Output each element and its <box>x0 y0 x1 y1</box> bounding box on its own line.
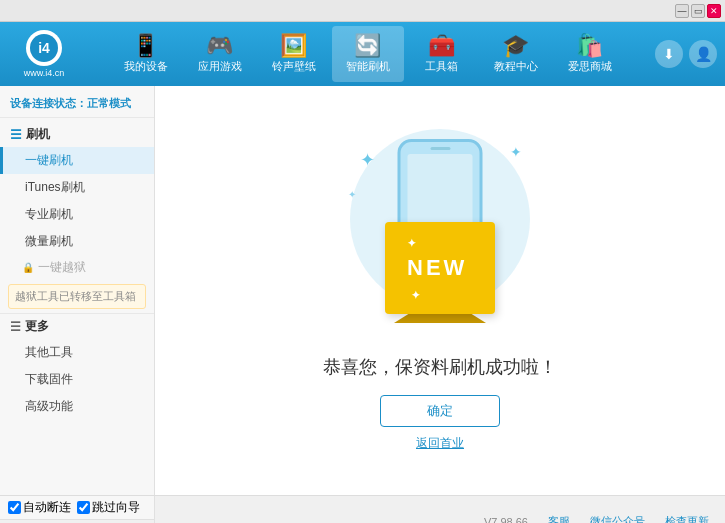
back-link[interactable]: 返回首业 <box>416 435 464 452</box>
status-label: 设备连接状态： <box>10 97 87 109</box>
logo-circle: i4 <box>26 30 62 66</box>
user-btn[interactable]: 👤 <box>689 40 717 68</box>
sparkle-left: ✦ <box>407 237 419 249</box>
title-bar: — ▭ ✕ <box>0 0 725 22</box>
minimize-btn[interactable]: — <box>675 4 689 18</box>
more-section-label: 更多 <box>25 318 49 335</box>
main: 设备连接状态：正常模式 ☰ 刷机 一键刷机 iTunes刷机 专业刷机 微量刷机… <box>0 86 725 495</box>
bottom-layout: 自动断连 跳过向导 📱 iPhone 12 mini 64GB Down-12m… <box>0 495 725 523</box>
tools-icon: 🧰 <box>428 35 455 57</box>
bottom-main-right: V7.98.66 客服 微信公众号 检查更新 <box>155 496 725 523</box>
sidebar-group-more: ☰ 更多 <box>0 313 154 339</box>
status-value: 正常模式 <box>87 97 131 109</box>
lock-icon: 🔒 <box>22 262 34 273</box>
nav-items: 📱 我的设备 🎮 应用游戏 🖼️ 铃声壁纸 🔄 智能刷机 🧰 工具箱 🎓 教程中… <box>88 26 647 82</box>
shop-icon: 🛍️ <box>576 35 603 57</box>
bottom-left-panel: 自动断连 跳过向导 📱 iPhone 12 mini 64GB Down-12m… <box>0 496 155 523</box>
download-btn[interactable]: ⬇ <box>655 40 683 68</box>
ribbon-middle <box>410 313 470 323</box>
logo[interactable]: i4 www.i4.cn <box>8 28 80 80</box>
checkbox-auto-disconnect[interactable]: 自动断连 <box>8 499 71 516</box>
checkbox-skip-wizard[interactable]: 跳过向导 <box>77 499 140 516</box>
nav-tools-label: 工具箱 <box>425 59 458 74</box>
onekey-label: 一键刷机 <box>25 153 73 167</box>
more-section-icon: ☰ <box>10 320 21 334</box>
other-label: 其他工具 <box>25 345 73 359</box>
sidebar-item-onekey[interactable]: 一键刷机 <box>0 147 154 174</box>
jailbreak-label: 一键越狱 <box>38 259 86 276</box>
notice-text: 越狱工具已转移至工具箱 <box>15 290 136 302</box>
status-bar: 设备连接状态：正常模式 <box>0 90 154 118</box>
flash-section-label: 刷机 <box>26 126 50 143</box>
wechat-link[interactable]: 微信公众号 <box>590 514 645 523</box>
maximize-btn[interactable]: ▭ <box>691 4 705 18</box>
sidebar-notice: 越狱工具已转移至工具箱 <box>8 284 146 309</box>
confirm-button[interactable]: 确定 <box>380 395 500 427</box>
sidebar-flash-section: ☰ 刷机 一键刷机 iTunes刷机 专业刷机 微量刷机 🔒 一键越狱 越狱工具… <box>0 122 154 309</box>
logo-text: i4 <box>38 40 50 56</box>
download-label: 下载固件 <box>25 372 73 386</box>
nav-flash-label: 智能刷机 <box>346 59 390 74</box>
apps-icon: 🎮 <box>206 35 233 57</box>
nav-shop-label: 爱思商城 <box>568 59 612 74</box>
header: i4 www.i4.cn 📱 我的设备 🎮 应用游戏 🖼️ 铃声壁纸 🔄 智能刷… <box>0 22 725 86</box>
success-text: 恭喜您，保资料刷机成功啦！ <box>323 355 557 379</box>
nav-apps[interactable]: 🎮 应用游戏 <box>184 26 256 82</box>
sidebar-item-jailbreak-disabled: 🔒 一键越狱 <box>0 255 154 280</box>
ringtone-icon: 🖼️ <box>280 35 307 57</box>
new-ribbon-wrapper: ✦ NEW ✦ <box>385 222 495 323</box>
ribbon-tail-right <box>470 313 486 323</box>
sidebar-item-advanced[interactable]: 高级功能 <box>0 393 154 420</box>
nav-shop[interactable]: 🛍️ 爱思商城 <box>554 26 626 82</box>
logo-inner: i4 <box>30 34 58 62</box>
nav-ringtone[interactable]: 🖼️ 铃声壁纸 <box>258 26 330 82</box>
content-area: ✦ ✦ ✦ ✦ NEW ✦ 恭喜您，保资料刷机成功啦！ 确定 返回首业 <box>155 86 725 495</box>
pro-label: 专业刷机 <box>25 207 73 221</box>
sparkle-right: ✦ <box>411 289 423 301</box>
sparkle-3: ✦ <box>348 189 356 200</box>
nav-tools[interactable]: 🧰 工具箱 <box>406 26 478 82</box>
micro-label: 微量刷机 <box>25 234 73 248</box>
sparkle-1: ✦ <box>360 149 375 171</box>
sparkle-2: ✦ <box>510 144 522 160</box>
device-icon: 📱 <box>132 35 159 57</box>
new-badge: ✦ NEW ✦ <box>385 222 495 314</box>
auto-disconnect-label: 自动断连 <box>23 499 71 516</box>
ribbon-tail-left <box>394 313 410 323</box>
sidebar-group-flash: ☰ 刷机 <box>0 122 154 147</box>
header-right: ⬇ 👤 <box>655 40 717 68</box>
sidebar: 设备连接状态：正常模式 ☰ 刷机 一键刷机 iTunes刷机 专业刷机 微量刷机… <box>0 86 155 495</box>
illustration: ✦ ✦ ✦ ✦ NEW ✦ <box>330 129 550 339</box>
bottom-checkboxes: 自动断连 跳过向导 <box>0 496 154 520</box>
nav-ringtone-label: 铃声壁纸 <box>272 59 316 74</box>
update-link[interactable]: 检查更新 <box>665 514 709 523</box>
nav-my-device-label: 我的设备 <box>124 59 168 74</box>
flash-icon: 🔄 <box>354 35 381 57</box>
nav-apps-label: 应用游戏 <box>198 59 242 74</box>
service-link[interactable]: 客服 <box>548 514 570 523</box>
skip-wizard-checkbox[interactable] <box>77 501 90 514</box>
nav-tutorial-label: 教程中心 <box>494 59 538 74</box>
skip-wizard-label: 跳过向导 <box>92 499 140 516</box>
auto-disconnect-checkbox[interactable] <box>8 501 21 514</box>
close-btn[interactable]: ✕ <box>707 4 721 18</box>
sidebar-item-itunes[interactable]: iTunes刷机 <box>0 174 154 201</box>
sidebar-item-download[interactable]: 下载固件 <box>0 366 154 393</box>
ribbon-tails <box>394 313 486 323</box>
advanced-label: 高级功能 <box>25 399 73 413</box>
version-text: V7.98.66 <box>484 516 528 524</box>
flash-section-icon: ☰ <box>10 127 22 142</box>
tutorial-icon: 🎓 <box>502 35 529 57</box>
itunes-label: iTunes刷机 <box>25 180 85 194</box>
sidebar-item-pro[interactable]: 专业刷机 <box>0 201 154 228</box>
new-badge-text: NEW <box>407 255 467 280</box>
nav-flash[interactable]: 🔄 智能刷机 <box>332 26 404 82</box>
sidebar-item-other[interactable]: 其他工具 <box>0 339 154 366</box>
logo-sub: www.i4.cn <box>24 68 65 78</box>
nav-tutorial[interactable]: 🎓 教程中心 <box>480 26 552 82</box>
sidebar-item-micro[interactable]: 微量刷机 <box>0 228 154 255</box>
nav-my-device[interactable]: 📱 我的设备 <box>110 26 182 82</box>
